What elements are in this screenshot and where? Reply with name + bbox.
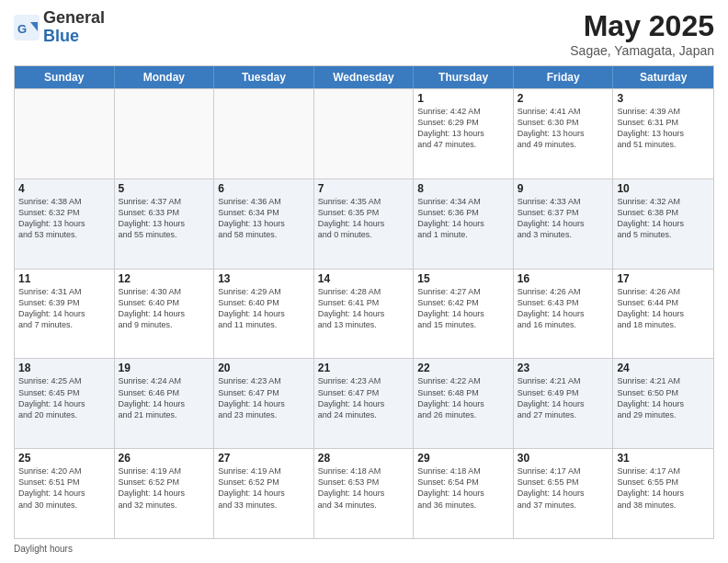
calendar-cell: 15Sunrise: 4:27 AM Sunset: 6:42 PM Dayli… (414, 270, 514, 359)
day-info: Sunrise: 4:18 AM Sunset: 6:54 PM Dayligh… (417, 465, 509, 511)
calendar-page: G General Blue May 2025 Sagae, Yamagata,… (0, 0, 728, 563)
day-info: Sunrise: 4:27 AM Sunset: 6:42 PM Dayligh… (417, 286, 509, 331)
calendar-cell: 23Sunrise: 4:21 AM Sunset: 6:49 PM Dayli… (514, 359, 614, 448)
day-info: Sunrise: 4:26 AM Sunset: 6:43 PM Dayligh… (518, 286, 609, 331)
day-number: 19 (119, 362, 210, 374)
day-number: 4 (18, 182, 110, 195)
calendar-cell: 5Sunrise: 4:37 AM Sunset: 6:33 PM Daylig… (115, 179, 215, 269)
day-number: 12 (119, 272, 210, 285)
calendar-week: 4Sunrise: 4:38 AM Sunset: 6:32 PM Daylig… (15, 178, 713, 269)
day-number: 30 (518, 452, 609, 465)
calendar-title: May 2025 (570, 9, 714, 43)
day-info: Sunrise: 4:30 AM Sunset: 6:40 PM Dayligh… (119, 286, 210, 331)
calendar-cell: 30Sunrise: 4:17 AM Sunset: 6:55 PM Dayli… (514, 449, 614, 538)
day-info: Sunrise: 4:34 AM Sunset: 6:36 PM Dayligh… (417, 196, 509, 241)
day-number: 9 (518, 182, 609, 195)
day-number: 10 (617, 182, 710, 195)
calendar-header-cell: Thursday (414, 66, 514, 88)
day-number: 1 (417, 92, 509, 105)
day-number: 25 (18, 452, 110, 465)
day-info: Sunrise: 4:28 AM Sunset: 6:41 PM Dayligh… (318, 286, 410, 331)
day-number: 7 (318, 182, 410, 195)
day-info: Sunrise: 4:19 AM Sunset: 6:52 PM Dayligh… (218, 465, 310, 511)
day-info: Sunrise: 4:39 AM Sunset: 6:31 PM Dayligh… (617, 106, 710, 151)
calendar-cell: 19Sunrise: 4:24 AM Sunset: 6:46 PM Dayli… (115, 359, 215, 448)
day-number: 28 (318, 452, 410, 465)
title-block: May 2025 Sagae, Yamagata, Japan (570, 9, 714, 58)
day-number: 16 (518, 272, 609, 285)
calendar-cell: 26Sunrise: 4:19 AM Sunset: 6:52 PM Dayli… (115, 449, 215, 538)
day-number: 27 (218, 452, 310, 465)
calendar-body: 1Sunrise: 4:42 AM Sunset: 6:29 PM Daylig… (15, 88, 713, 538)
day-number: 3 (617, 92, 710, 105)
day-info: Sunrise: 4:25 AM Sunset: 6:45 PM Dayligh… (18, 375, 110, 420)
day-info: Sunrise: 4:24 AM Sunset: 6:46 PM Dayligh… (119, 375, 210, 420)
page-header: G General Blue May 2025 Sagae, Yamagata,… (14, 9, 714, 58)
calendar-header-cell: Friday (514, 66, 614, 88)
day-number: 8 (417, 182, 509, 195)
calendar-cell: 9Sunrise: 4:33 AM Sunset: 6:37 PM Daylig… (514, 179, 614, 269)
day-info: Sunrise: 4:38 AM Sunset: 6:32 PM Dayligh… (18, 196, 110, 241)
day-number: 5 (119, 182, 210, 195)
calendar-cell: 25Sunrise: 4:20 AM Sunset: 6:51 PM Dayli… (15, 449, 115, 538)
calendar-header-cell: Sunday (15, 66, 115, 88)
logo-general: General (43, 8, 105, 27)
calendar-cell (115, 89, 215, 178)
logo-text: General Blue (43, 9, 105, 46)
day-info: Sunrise: 4:37 AM Sunset: 6:33 PM Dayligh… (119, 196, 210, 241)
calendar-week: 18Sunrise: 4:25 AM Sunset: 6:45 PM Dayli… (15, 358, 713, 448)
calendar-cell: 1Sunrise: 4:42 AM Sunset: 6:29 PM Daylig… (414, 89, 514, 178)
calendar-header-row: SundayMondayTuesdayWednesdayThursdayFrid… (15, 66, 713, 88)
calendar-header-cell: Wednesday (314, 66, 415, 88)
calendar-cell: 2Sunrise: 4:41 AM Sunset: 6:30 PM Daylig… (514, 89, 614, 178)
calendar-cell: 28Sunrise: 4:18 AM Sunset: 6:53 PM Dayli… (314, 449, 415, 538)
calendar-cell: 20Sunrise: 4:23 AM Sunset: 6:47 PM Dayli… (214, 359, 314, 448)
calendar-cell: 16Sunrise: 4:26 AM Sunset: 6:43 PM Dayli… (514, 270, 614, 359)
calendar-cell: 4Sunrise: 4:38 AM Sunset: 6:32 PM Daylig… (15, 179, 115, 269)
calendar-cell: 8Sunrise: 4:34 AM Sunset: 6:36 PM Daylig… (414, 179, 514, 269)
day-number: 2 (518, 92, 609, 105)
calendar-subtitle: Sagae, Yamagata, Japan (570, 43, 714, 58)
day-info: Sunrise: 4:19 AM Sunset: 6:52 PM Dayligh… (119, 465, 210, 511)
calendar-cell: 3Sunrise: 4:39 AM Sunset: 6:31 PM Daylig… (613, 89, 713, 178)
svg-text:G: G (17, 22, 27, 36)
day-info: Sunrise: 4:35 AM Sunset: 6:35 PM Dayligh… (318, 196, 410, 241)
day-number: 18 (18, 362, 110, 374)
calendar: SundayMondayTuesdayWednesdayThursdayFrid… (14, 65, 714, 539)
logo-blue: Blue (43, 27, 79, 45)
day-number: 24 (617, 362, 710, 374)
day-info: Sunrise: 4:22 AM Sunset: 6:48 PM Dayligh… (417, 375, 509, 420)
logo-icon: G (14, 15, 40, 40)
calendar-cell: 27Sunrise: 4:19 AM Sunset: 6:52 PM Dayli… (214, 449, 314, 538)
day-number: 13 (218, 272, 310, 285)
day-info: Sunrise: 4:21 AM Sunset: 6:50 PM Dayligh… (617, 375, 710, 420)
calendar-cell: 11Sunrise: 4:31 AM Sunset: 6:39 PM Dayli… (15, 270, 115, 359)
day-info: Sunrise: 4:20 AM Sunset: 6:51 PM Dayligh… (18, 465, 110, 511)
day-number: 29 (417, 452, 509, 465)
calendar-cell: 31Sunrise: 4:17 AM Sunset: 6:55 PM Dayli… (613, 449, 713, 538)
day-number: 26 (119, 452, 210, 465)
day-number: 21 (318, 362, 410, 374)
day-number: 22 (417, 362, 509, 374)
day-info: Sunrise: 4:18 AM Sunset: 6:53 PM Dayligh… (318, 465, 410, 511)
day-info: Sunrise: 4:17 AM Sunset: 6:55 PM Dayligh… (617, 465, 710, 511)
day-info: Sunrise: 4:23 AM Sunset: 6:47 PM Dayligh… (218, 375, 310, 420)
calendar-header-cell: Tuesday (214, 66, 314, 88)
calendar-cell: 22Sunrise: 4:22 AM Sunset: 6:48 PM Dayli… (414, 359, 514, 448)
day-number: 23 (518, 362, 609, 374)
calendar-header-cell: Saturday (613, 66, 713, 88)
calendar-cell (214, 89, 314, 178)
day-number: 15 (417, 272, 509, 285)
calendar-cell: 21Sunrise: 4:23 AM Sunset: 6:47 PM Dayli… (314, 359, 415, 448)
day-info: Sunrise: 4:42 AM Sunset: 6:29 PM Dayligh… (417, 106, 509, 151)
calendar-week: 11Sunrise: 4:31 AM Sunset: 6:39 PM Dayli… (15, 269, 713, 359)
calendar-cell: 17Sunrise: 4:26 AM Sunset: 6:44 PM Dayli… (613, 270, 713, 359)
calendar-cell: 29Sunrise: 4:18 AM Sunset: 6:54 PM Dayli… (414, 449, 514, 538)
day-info: Sunrise: 4:31 AM Sunset: 6:39 PM Dayligh… (18, 286, 110, 331)
day-info: Sunrise: 4:32 AM Sunset: 6:38 PM Dayligh… (617, 196, 710, 241)
day-info: Sunrise: 4:21 AM Sunset: 6:49 PM Dayligh… (518, 375, 609, 420)
calendar-week: 25Sunrise: 4:20 AM Sunset: 6:51 PM Dayli… (15, 448, 713, 538)
calendar-header-cell: Monday (115, 66, 215, 88)
day-number: 17 (617, 272, 710, 285)
day-number: 6 (218, 182, 310, 195)
